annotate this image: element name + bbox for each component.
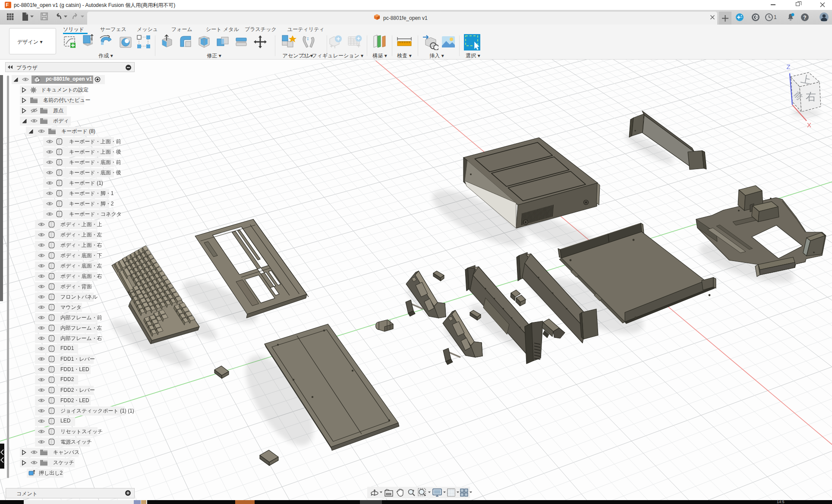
svg-text:Z: Z <box>786 63 790 70</box>
svg-text:?: ? <box>803 15 806 21</box>
svg-text:右: 右 <box>806 91 816 102</box>
svg-text:X: X <box>807 121 811 129</box>
svg-text:上: 上 <box>800 73 812 86</box>
